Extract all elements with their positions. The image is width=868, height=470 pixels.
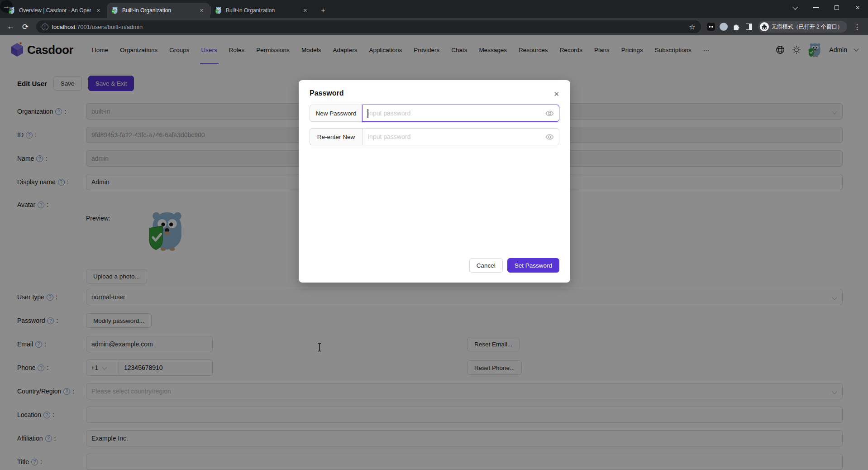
casdoor-favicon-icon — [111, 7, 119, 14]
tab-title: Built-in Organization — [122, 7, 194, 14]
reenter-password-row: Re-enter New input password — [310, 128, 559, 145]
tab-search-icon[interactable] — [785, 0, 806, 15]
input-placeholder: input password — [368, 133, 410, 140]
new-password-input[interactable]: input password — [362, 105, 559, 122]
casdoor-favicon-icon — [215, 7, 222, 14]
tab-close-icon[interactable]: ✕ — [301, 7, 309, 14]
window-minimize-button[interactable] — [806, 0, 826, 15]
incognito-label: 无痕模式（已打开 2 个窗口） — [772, 23, 843, 31]
address-bar[interactable]: i localhost:7001/users/built-in/admin ☆ — [36, 20, 701, 33]
reenter-password-input[interactable]: input password — [362, 128, 559, 145]
extension-oo-icon[interactable] — [706, 21, 716, 32]
incognito-spy-icon — [760, 22, 769, 31]
window-restore-button[interactable] — [826, 0, 847, 15]
text-caret — [367, 109, 368, 118]
cancel-button[interactable]: Cancel — [469, 258, 503, 273]
window-close-button[interactable]: ✕ — [847, 0, 868, 15]
extensions-puzzle-icon[interactable] — [731, 21, 742, 32]
set-password-button[interactable]: Set Password — [507, 258, 559, 273]
modal-footer: Cancel Set Password — [469, 258, 559, 273]
input-placeholder: input password — [368, 110, 410, 117]
tab-title: Overview | Casdoor · An Open — [19, 7, 91, 14]
browser-menu-icon[interactable]: ⋮ — [851, 23, 863, 31]
new-tab-button[interactable]: + — [317, 5, 329, 16]
modal-title: Password — [299, 80, 570, 97]
forward-button[interactable]: → — [0, 0, 13, 13]
new-password-addon-label: New Password — [310, 105, 362, 122]
extension-circle-icon[interactable] — [718, 21, 729, 32]
modal-close-icon[interactable]: ✕ — [552, 88, 561, 100]
incognito-badge: 无痕模式（已打开 2 个窗口） — [758, 21, 847, 33]
browser-tab-strip: Overview | Casdoor · An Open ✕ Built-in … — [0, 0, 868, 18]
tab-close-icon[interactable]: ✕ — [198, 7, 205, 14]
browser-toolbar: ← → ⟳ i localhost:7001/users/built-in/ad… — [0, 18, 868, 35]
browser-tab-overview[interactable]: Overview | Casdoor · An Open ✕ — [4, 3, 107, 18]
window-controls: ✕ — [785, 0, 868, 15]
app-viewport: Casdoor Home Organizations Groups Users … — [0, 35, 868, 470]
toggle-password-visibility-icon[interactable] — [545, 109, 554, 118]
password-modal: Password ✕ New Password input password R… — [299, 80, 570, 283]
browser-tab-builtin-org-2[interactable]: Built-in Organization ✕ — [210, 3, 314, 18]
tab-close-icon[interactable]: ✕ — [95, 7, 102, 14]
url-host: localhost — [52, 24, 75, 30]
reenter-password-addon-label: Re-enter New — [310, 128, 362, 145]
back-button[interactable]: ← — [5, 20, 17, 33]
browser-tab-builtin-org-active[interactable]: Built-in Organization ✕ — [107, 3, 210, 18]
toggle-password-visibility-icon[interactable] — [545, 133, 554, 141]
split-view-icon[interactable] — [744, 21, 754, 32]
text-cursor-icon — [317, 342, 322, 352]
tab-title: Built-in Organization — [226, 7, 298, 14]
site-info-icon[interactable]: i — [42, 24, 48, 30]
reload-button[interactable]: ⟳ — [19, 20, 32, 33]
bookmark-star-icon[interactable]: ☆ — [689, 23, 695, 31]
new-password-row: New Password input password — [310, 105, 559, 122]
url-path: :7001/users/built-in/admin — [75, 24, 143, 30]
